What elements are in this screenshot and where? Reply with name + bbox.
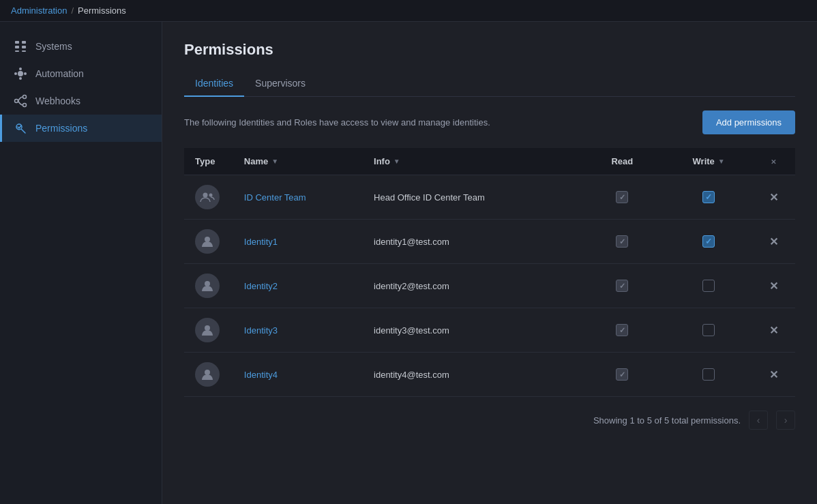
name-link[interactable]: ID Center Team: [244, 192, 306, 203]
type-cell: [184, 175, 233, 220]
table-row: ID Center TeamHead Office ID Center Team…: [184, 175, 795, 220]
read-checkbox[interactable]: ✓: [616, 235, 628, 248]
type-cell: [184, 308, 233, 353]
pagination-next-button[interactable]: ›: [776, 411, 795, 430]
tab-supervisors[interactable]: Supervisors: [244, 72, 316, 97]
automation-icon: [14, 67, 27, 80]
table-header-row: Type Name ▼ Info ▼: [184, 148, 795, 175]
col-header-name: Name ▼: [233, 148, 363, 175]
action-cell: ✕: [752, 264, 795, 308]
sidebar-permissions-label: Permissions: [35, 123, 87, 134]
info-cell: identity3@test.com: [363, 308, 579, 353]
svg-point-12: [23, 95, 27, 99]
write-cell: [666, 353, 752, 397]
tab-identities[interactable]: Identities: [184, 72, 244, 97]
svg-point-14: [16, 124, 22, 130]
name-cell: Identity2: [233, 264, 363, 308]
delete-button[interactable]: ✕: [769, 369, 778, 381]
delete-button[interactable]: ✕: [769, 280, 778, 292]
breadcrumb-admin-link[interactable]: Administration: [11, 5, 67, 16]
type-cell: [184, 220, 233, 264]
write-checkbox[interactable]: ✓: [702, 235, 715, 248]
read-checkbox[interactable]: ✓: [616, 368, 628, 381]
read-cell: ✓: [579, 175, 666, 220]
info-cell: identity4@test.com: [363, 353, 579, 397]
user-avatar: [195, 362, 220, 387]
write-checkbox[interactable]: [702, 324, 715, 336]
svg-point-11: [15, 100, 18, 103]
main-content: Permissions Identities Supervisors The f…: [162, 22, 817, 504]
col-header-action: ✕: [752, 148, 795, 175]
svg-point-13: [23, 104, 27, 107]
read-checkbox[interactable]: ✓: [616, 191, 628, 203]
read-cell: ✓: [579, 353, 666, 397]
sidebar-item-automation[interactable]: Automation: [0, 60, 162, 87]
write-cell: ✓: [666, 220, 752, 264]
info-cell: Head Office ID Center Team: [363, 175, 579, 220]
permissions-icon: [14, 121, 27, 135]
delete-button[interactable]: ✕: [769, 236, 778, 248]
table-row: Identity2identity2@test.com✓✕: [184, 264, 795, 308]
svg-point-20: [205, 370, 210, 375]
svg-point-17: [205, 237, 210, 242]
name-link[interactable]: Identity2: [244, 281, 278, 291]
sidebar-item-systems[interactable]: Systems: [0, 33, 162, 60]
user-avatar: [195, 229, 220, 254]
svg-point-7: [19, 68, 22, 70]
permissions-table-wrapper: Type Name ▼ Info ▼: [184, 148, 795, 397]
webhooks-icon: [14, 94, 27, 108]
action-cell: ✕: [752, 308, 795, 353]
write-checkbox[interactable]: [702, 368, 715, 381]
name-cell: Identity3: [233, 308, 363, 353]
delete-button[interactable]: ✕: [769, 325, 778, 336]
col-header-type: Type: [184, 148, 233, 175]
svg-point-8: [19, 77, 22, 80]
sidebar-item-webhooks[interactable]: Webhooks: [0, 87, 162, 115]
svg-rect-2: [15, 46, 19, 48]
name-link[interactable]: Identity1: [244, 237, 278, 247]
write-filter-icon[interactable]: ▼: [718, 158, 725, 165]
permissions-table: Type Name ▼ Info ▼: [184, 148, 795, 397]
type-cell: [184, 264, 233, 308]
sidebar-webhooks-label: Webhooks: [35, 95, 80, 106]
table-row: Identity4identity4@test.com✓✕: [184, 353, 795, 397]
read-checkbox[interactable]: ✓: [616, 280, 628, 292]
pagination-row: Showing 1 to 5 of 5 total permissions. ‹…: [184, 411, 795, 430]
pagination-status: Showing 1 to 5 of 5 total permissions.: [593, 415, 741, 426]
read-checkbox[interactable]: ✓: [616, 324, 628, 336]
table-row: Identity3identity3@test.com✓✕: [184, 308, 795, 353]
svg-point-18: [205, 281, 210, 286]
sidebar-item-permissions[interactable]: Permissions: [0, 115, 162, 142]
table-row: Identity1identity1@test.com✓✓✕: [184, 220, 795, 264]
write-cell: [666, 264, 752, 308]
add-permissions-button[interactable]: Add permissions: [702, 110, 795, 134]
name-cell: Identity4: [233, 353, 363, 397]
sidebar-automation-label: Automation: [35, 68, 84, 79]
action-cell: ✕: [752, 353, 795, 397]
info-cell: identity1@test.com: [363, 220, 579, 264]
name-filter-icon[interactable]: ▼: [271, 158, 278, 165]
action-cell: ✕: [752, 175, 795, 220]
name-link[interactable]: Identity3: [244, 325, 278, 336]
breadcrumb-separator: /: [71, 5, 74, 16]
action-filter-icon[interactable]: ✕: [771, 158, 776, 166]
col-header-write: Write ▼: [666, 148, 752, 175]
delete-button[interactable]: ✕: [769, 192, 778, 203]
info-filter-icon[interactable]: ▼: [393, 158, 400, 165]
tabs-container: Identities Supervisors: [184, 72, 795, 97]
read-cell: ✓: [579, 220, 666, 264]
write-cell: [666, 308, 752, 353]
svg-rect-3: [22, 46, 26, 48]
col-header-info: Info ▼: [363, 148, 579, 175]
description-text: The following Identities and Roles have …: [184, 117, 490, 128]
svg-rect-0: [15, 41, 19, 44]
svg-rect-1: [22, 41, 26, 44]
sidebar: Systems Automation: [0, 22, 162, 504]
svg-point-6: [18, 71, 23, 76]
pagination-prev-button[interactable]: ‹: [749, 411, 768, 430]
svg-rect-5: [22, 50, 26, 52]
name-link[interactable]: Identity4: [244, 370, 278, 380]
read-cell: ✓: [579, 308, 666, 353]
write-checkbox[interactable]: ✓: [702, 191, 715, 203]
write-checkbox[interactable]: [702, 280, 715, 292]
